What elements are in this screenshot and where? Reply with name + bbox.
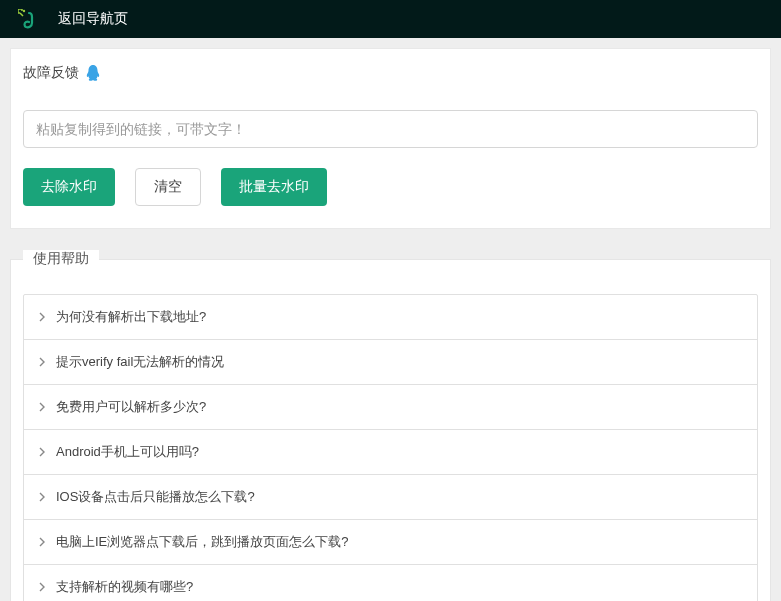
faq-list: 为何没有解析出下载地址? 提示verify fail无法解析的情况 免费用户可以… [23,294,758,601]
faq-item-label: Android手机上可以用吗? [56,443,199,461]
help-panel: 使用帮助 为何没有解析出下载地址? 提示verify fail无法解析的情况 免… [10,259,771,601]
chevron-right-icon [38,537,46,547]
qq-penguin-icon [85,64,101,82]
faq-item-label: IOS设备点击后只能播放怎么下载? [56,488,255,506]
faq-item-label: 免费用户可以解析多少次? [56,398,206,416]
feedback-label: 故障反馈 [23,64,79,82]
faq-item-label: 提示verify fail无法解析的情况 [56,353,224,371]
chevron-right-icon [38,312,46,322]
url-input[interactable] [23,110,758,148]
remove-watermark-button[interactable]: 去除水印 [23,168,115,206]
faq-item[interactable]: 免费用户可以解析多少次? [24,384,757,429]
clear-button[interactable]: 清空 [135,168,201,206]
chevron-right-icon [38,492,46,502]
chevron-right-icon [38,402,46,412]
faq-item[interactable]: 电脑上IE浏览器点下载后，跳到播放页面怎么下载? [24,519,757,564]
faq-item-label: 支持解析的视频有哪些? [56,578,193,596]
feedback-link[interactable]: 故障反馈 [23,64,758,82]
topbar: 返回导航页 [0,0,781,38]
help-title: 使用帮助 [23,250,99,268]
faq-item[interactable]: Android手机上可以用吗? [24,429,757,474]
faq-item[interactable]: 提示verify fail无法解析的情况 [24,339,757,384]
batch-remove-button[interactable]: 批量去水印 [221,168,327,206]
main-panel: 故障反馈 去除水印 清空 批量去水印 [10,48,771,229]
chevron-right-icon [38,582,46,592]
faq-item[interactable]: 支持解析的视频有哪些? [24,564,757,601]
faq-item-label: 为何没有解析出下载地址? [56,308,206,326]
back-nav-link[interactable]: 返回导航页 [58,10,128,28]
svg-point-0 [23,10,25,12]
button-row: 去除水印 清空 批量去水印 [23,168,758,206]
chevron-right-icon [38,357,46,367]
app-logo-icon [18,9,36,29]
faq-item[interactable]: IOS设备点击后只能播放怎么下载? [24,474,757,519]
faq-item[interactable]: 为何没有解析出下载地址? [24,295,757,339]
faq-item-label: 电脑上IE浏览器点下载后，跳到播放页面怎么下载? [56,533,349,551]
chevron-right-icon [38,447,46,457]
